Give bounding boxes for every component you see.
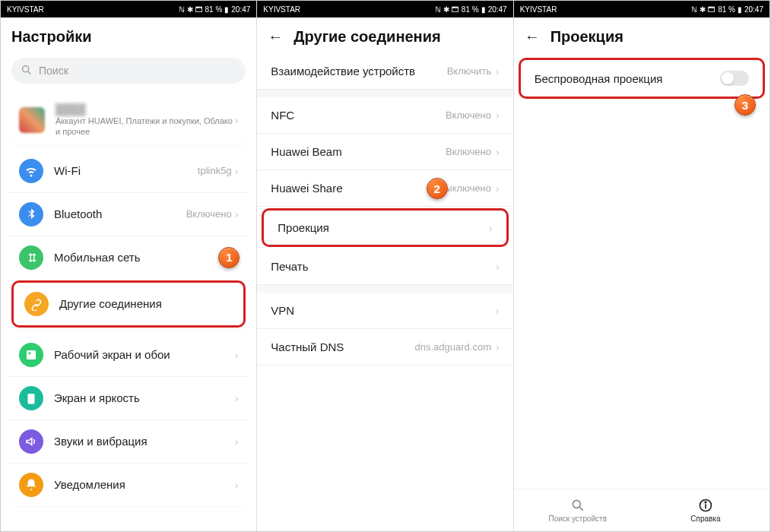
multi-label: Взаимодействие устройств (271, 65, 446, 78)
status-bar: KYIVSTAR ℕ ✱ 🗔 81 % ▮ 20:47 (257, 1, 512, 17)
nav-help-label: Справка (690, 515, 720, 523)
settings-panel: KYIVSTAR ℕ ✱ 🗔 81 % ▮ 20:47 Настройки По… (1, 1, 257, 531)
share-label: Huawei Share (271, 182, 438, 195)
chevron-right-icon: › (496, 305, 500, 317)
projection-row[interactable]: Проекция › (262, 208, 508, 247)
svg-point-9 (705, 502, 706, 503)
print-row[interactable]: Печать › (257, 249, 512, 285)
chevron-right-icon: › (496, 65, 500, 78)
carrier-label: KYIVSTAR (263, 5, 300, 14)
signal-icon: ▮ (481, 5, 486, 14)
nav-help[interactable]: Справка (642, 489, 769, 531)
status-bar: KYIVSTAR ℕ ✱ 🗔 81 % ▮ 20:47 (1, 1, 256, 17)
projection-content: Беспроводная проекция 3 (514, 53, 769, 489)
mobile-label: Мобильная сеть (54, 251, 235, 264)
search-icon (570, 498, 585, 513)
share-row[interactable]: Huawei Share 2 Выключено › (257, 170, 512, 207)
page-title: Другие соединения (293, 28, 440, 46)
beam-row[interactable]: Huawei Beam Включено › (257, 134, 512, 170)
bluetooth-row[interactable]: Bluetooth Включено › (8, 192, 249, 236)
link-icon (24, 292, 49, 316)
wifi-value: tplink5g (198, 165, 232, 176)
brightness-icon (19, 386, 43, 410)
chevron-right-icon: › (496, 261, 500, 273)
wifi-label: Wi-Fi (54, 164, 198, 177)
account-name: ████ (56, 103, 235, 116)
info-icon (698, 498, 713, 513)
page-title: Проекция (550, 28, 623, 46)
nfc-icon: ℕ (691, 5, 697, 14)
mobile-data-icon (19, 245, 43, 270)
carrier-label: KYIVSTAR (520, 5, 557, 14)
battery-label: 81 % (205, 5, 223, 14)
back-button[interactable]: ← (268, 28, 283, 46)
status-right: ℕ ✱ 🗔 81 % ▮ 20:47 (179, 5, 251, 14)
mobile-row[interactable]: Мобильная сеть › (8, 236, 249, 279)
wallpaper-label: Рабочий экран и обои (54, 348, 235, 361)
svg-line-1 (28, 71, 30, 74)
back-button[interactable]: ← (525, 28, 540, 46)
vpn-row[interactable]: VPN › (257, 293, 512, 329)
avatar-icon (19, 107, 45, 133)
nfc-row[interactable]: NFC Включено › (257, 97, 512, 134)
other-label: Другие соединения (59, 297, 233, 310)
svg-rect-4 (28, 394, 35, 404)
carrier-label: KYIVSTAR (7, 5, 44, 14)
battery-label: 81 % (718, 5, 735, 14)
bluetooth-icon (19, 202, 43, 226)
print-label: Печать (271, 260, 496, 273)
wallpaper-row[interactable]: Рабочий экран и обои › (8, 334, 249, 376)
wireless-projection-row[interactable]: Беспроводная проекция (519, 58, 765, 99)
callout-badge-1: 1 (218, 247, 240, 268)
dns-row[interactable]: Частный DNS dns.adguard.com › (257, 329, 512, 366)
chevron-right-icon: › (235, 349, 239, 361)
display-label: Экран и яркость (54, 391, 235, 404)
bottom-nav: Поиск устройств Справка (514, 489, 769, 531)
multi-device-row[interactable]: Взаимодействие устройств Включить › (257, 53, 512, 90)
wireless-toggle[interactable] (720, 71, 749, 86)
battery-icon: 🗔 (708, 5, 715, 14)
nav-search-label: Поиск устройств (548, 515, 607, 523)
status-bar: KYIVSTAR ℕ ✱ 🗔 81 % ▮ 20:47 (514, 1, 769, 17)
battery-icon: 🗔 (195, 5, 203, 14)
chevron-right-icon: › (235, 435, 239, 448)
bluetooth-icon: ✱ (700, 5, 706, 14)
other-connections-row[interactable]: Другие соединения (11, 280, 246, 328)
nfc-label: NFC (271, 109, 446, 122)
wifi-icon (19, 159, 43, 183)
nfc-icon: ℕ (179, 5, 185, 14)
page-title: Настройки (11, 28, 92, 46)
search-icon (21, 64, 33, 78)
sound-row[interactable]: Звуки и вибрация › (8, 420, 249, 463)
time-label: 20:47 (744, 5, 763, 14)
vpn-label: VPN (271, 304, 496, 317)
svg-point-0 (23, 65, 29, 71)
projection-panel: KYIVSTAR ℕ ✱ 🗔 81 % ▮ 20:47 ← Проекция Б… (514, 1, 770, 531)
projection-label: Проекция (278, 221, 489, 234)
search-placeholder: Поиск (39, 65, 68, 77)
header: Настройки (1, 17, 256, 53)
account-row[interactable]: ████ Аккаунт HUAWEI, Платежи и покупки, … (8, 96, 249, 145)
chevron-right-icon: › (235, 165, 239, 177)
notif-label: Уведомления (54, 478, 235, 491)
search-input[interactable]: Поиск (11, 58, 246, 84)
display-row[interactable]: Экран и яркость › (8, 376, 249, 420)
header: ← Проекция (514, 17, 769, 53)
signal-icon: ▮ (224, 5, 229, 14)
svg-line-6 (579, 508, 582, 511)
bell-icon (19, 473, 43, 497)
bluetooth-value: Включено (186, 208, 232, 220)
beam-value: Включено (446, 146, 491, 157)
bluetooth-label: Bluetooth (54, 207, 186, 220)
nfc-value: Включено (446, 109, 491, 121)
chevron-right-icon: › (496, 341, 500, 353)
dns-value: dns.adguard.com (415, 341, 491, 353)
nav-search-devices[interactable]: Поиск устройств (514, 489, 642, 531)
wifi-row[interactable]: Wi-Fi tplink5g › (8, 150, 249, 192)
svg-rect-2 (27, 350, 36, 359)
signal-icon: ▮ (738, 5, 742, 14)
chevron-right-icon: › (496, 182, 500, 195)
other-connections-panel: KYIVSTAR ℕ ✱ 🗔 81 % ▮ 20:47 ← Другие сое… (257, 1, 513, 531)
notif-row[interactable]: Уведомления › (8, 463, 249, 506)
battery-label: 81 % (462, 5, 479, 14)
